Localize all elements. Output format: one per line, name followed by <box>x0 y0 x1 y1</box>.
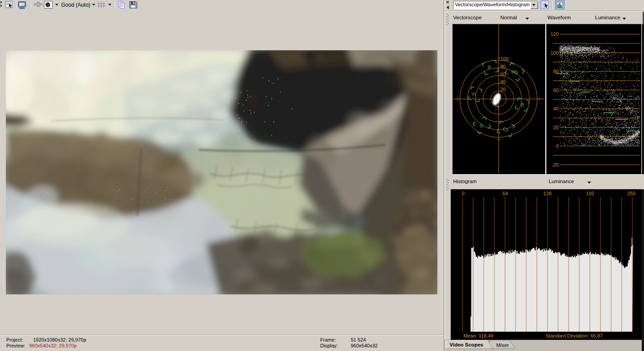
svg-text:Mean: 118,49: Mean: 118,49 <box>463 333 493 338</box>
svg-text:128: 128 <box>543 191 551 196</box>
svg-text:0: 0 <box>462 191 464 196</box>
svg-text:R: R <box>488 65 491 70</box>
svg-text:Mg: Mg <box>512 70 518 75</box>
svg-text:Cy: Cy <box>503 127 508 132</box>
svg-text:20: 20 <box>500 87 506 92</box>
svg-text:40: 40 <box>500 79 506 84</box>
svg-text:100: 100 <box>551 50 559 56</box>
svg-text:60: 60 <box>553 88 559 93</box>
svg-text:120: 120 <box>551 31 559 37</box>
svg-text:0: 0 <box>556 143 559 149</box>
svg-text:Video Scopes: Video Scopes <box>450 342 483 347</box>
svg-text:Standard Deviation: 65,87: Standard Deviation: 65,87 <box>546 333 603 338</box>
svg-text:20: 20 <box>553 125 559 130</box>
svg-text:60: 60 <box>500 71 506 77</box>
svg-text:80: 80 <box>500 64 506 69</box>
svg-text:B: B <box>521 102 524 107</box>
svg-text:192: 192 <box>586 191 594 196</box>
svg-text:255: 255 <box>627 191 635 196</box>
svg-text:40: 40 <box>553 106 559 111</box>
svg-text:G: G <box>480 123 483 128</box>
svg-text:-20: -20 <box>551 162 559 167</box>
svg-text:100: 100 <box>500 56 508 61</box>
svg-text:Yl: Yl <box>472 92 476 97</box>
svg-text:Mixer: Mixer <box>496 342 509 348</box>
svg-text:64: 64 <box>503 191 508 196</box>
